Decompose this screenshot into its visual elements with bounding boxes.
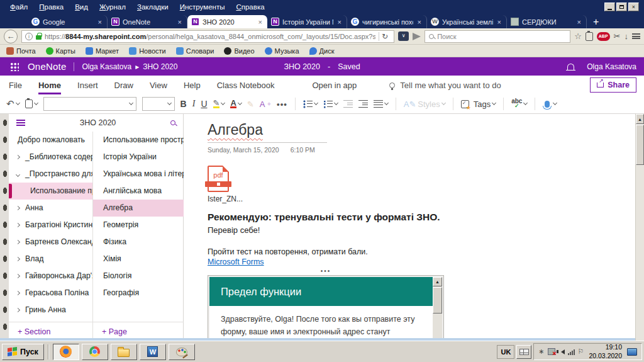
numbered-list-button[interactable] bbox=[323, 100, 338, 108]
dictate-button[interactable] bbox=[543, 101, 557, 108]
notifications-bell-icon[interactable] bbox=[567, 64, 574, 70]
taskbar-explorer-button[interactable] bbox=[111, 344, 137, 360]
more-options-button[interactable]: ••• bbox=[277, 99, 287, 109]
pdf-file-icon[interactable]: pdf bbox=[208, 166, 229, 192]
section-group[interactable]: Бартенєв Олександр bbox=[9, 234, 92, 251]
font-size-select[interactable] bbox=[142, 97, 175, 111]
chevron-right-icon[interactable] bbox=[16, 273, 20, 278]
adblock-icon[interactable]: ABP bbox=[597, 32, 610, 41]
chevron-right-icon[interactable] bbox=[16, 239, 20, 244]
section-item[interactable]: Добро пожаловать bbox=[9, 132, 92, 149]
menu-tools[interactable]: Инструменты bbox=[175, 2, 230, 12]
tell-me-box[interactable]: Tell me what you want to do bbox=[389, 81, 501, 90]
taskbar-word-button[interactable] bbox=[140, 344, 166, 360]
decrease-indent-button[interactable] bbox=[343, 100, 353, 108]
alignment-button[interactable] bbox=[374, 100, 388, 108]
breadcrumb[interactable]: Olga Kasatova ▸ ЗНО 2020 bbox=[82, 62, 177, 71]
share-button[interactable]: Share bbox=[590, 77, 636, 93]
scroll-up-button[interactable]: ▲ bbox=[433, 277, 442, 286]
ribbon-tab-class-notebook[interactable]: Class Notebook bbox=[217, 76, 275, 94]
menu-edit[interactable]: Правка bbox=[34, 2, 69, 12]
url-field[interactable]: i https://8844-my.sharepoint.com/persona… bbox=[21, 30, 394, 43]
ribbon-tab-home[interactable]: Home bbox=[38, 76, 61, 94]
tab-google[interactable]: Google × bbox=[28, 15, 108, 28]
close-button[interactable]: × bbox=[628, 3, 639, 11]
tab-onenote[interactable]: OneNote × bbox=[108, 15, 187, 28]
tab-close-icon[interactable]: × bbox=[496, 18, 502, 26]
send-tab-icon[interactable] bbox=[413, 33, 421, 40]
menu-history[interactable]: Журнал bbox=[94, 2, 131, 12]
keyboard-layout-button[interactable] bbox=[516, 345, 531, 359]
app-launcher-waffle-icon[interactable] bbox=[10, 62, 19, 71]
bookmark-music[interactable]: Музыка bbox=[265, 47, 299, 55]
tags-button[interactable]: Tags bbox=[461, 99, 496, 109]
menu-view[interactable]: Вид bbox=[70, 2, 93, 12]
page-info-icon[interactable]: i bbox=[25, 33, 33, 40]
section-group[interactable]: _Библиотека содержи... bbox=[9, 149, 92, 166]
ribbon-tab-draw[interactable]: Draw bbox=[114, 76, 133, 94]
embed-scrollbar[interactable]: ▲ bbox=[433, 277, 442, 339]
page-canvas[interactable]: Алгебра Sunday, March 15, 2020 6:10 PM p… bbox=[184, 114, 635, 341]
chevron-right-icon[interactable] bbox=[16, 222, 20, 227]
taskbar-firefox-button[interactable] bbox=[53, 344, 79, 360]
app-name[interactable]: OneNote bbox=[28, 61, 66, 72]
restore-button[interactable] bbox=[616, 3, 627, 11]
section-group[interactable]: Багратіоні Кристина bbox=[9, 217, 92, 234]
highlight-button[interactable]: ✎ bbox=[213, 99, 225, 109]
tray-clock[interactable]: 19:10 20.03.2020 bbox=[587, 343, 624, 359]
minimize-button[interactable] bbox=[604, 3, 615, 11]
device-disconnected-icon[interactable] bbox=[548, 348, 555, 355]
pocket-icon[interactable] bbox=[398, 31, 409, 41]
open-in-app-button[interactable]: Open in app bbox=[312, 76, 357, 94]
bookmark-dictionaries[interactable]: Словари bbox=[176, 47, 214, 55]
network-signal-icon[interactable] bbox=[568, 349, 575, 355]
bookmark-star-icon[interactable]: ☆ bbox=[574, 32, 582, 40]
notebook-search-button[interactable] bbox=[170, 120, 175, 125]
menu-hamburger-icon[interactable] bbox=[632, 33, 640, 39]
scroll-up-button[interactable]: ▲ bbox=[636, 114, 644, 124]
language-indicator[interactable]: UK bbox=[497, 345, 514, 359]
tab-wikipedia[interactable]: Українські землі в 60—80- × bbox=[427, 15, 507, 28]
menu-bookmarks[interactable]: Закладки bbox=[132, 2, 174, 12]
embed-drag-handle[interactable]: ••• bbox=[208, 269, 444, 274]
tab-close-icon[interactable]: × bbox=[97, 18, 103, 26]
underline-button[interactable]: U bbox=[201, 99, 207, 109]
menu-help[interactable]: Справка bbox=[231, 2, 269, 12]
screenshot-scissors-icon[interactable]: ✂ bbox=[614, 32, 621, 40]
new-tab-button[interactable]: + bbox=[587, 15, 605, 28]
tab-close-icon[interactable]: × bbox=[576, 18, 582, 26]
chevron-right-icon[interactable] bbox=[16, 154, 20, 159]
section-item-selected[interactable]: Использование пр... bbox=[9, 183, 92, 200]
format-painter-button[interactable]: ✎ bbox=[247, 99, 254, 109]
section-group[interactable]: Герасьова Поліна bbox=[9, 285, 92, 302]
tab-zno-2020-active[interactable]: ЗНО 2020 × bbox=[187, 15, 267, 28]
tab-history-notebook[interactable]: Історія України Notebook × bbox=[267, 15, 347, 28]
ribbon-tab-help[interactable]: Help bbox=[184, 76, 201, 94]
scrollbar-thumb[interactable] bbox=[433, 287, 442, 314]
page-title-field[interactable]: Алгебра bbox=[208, 122, 327, 143]
section-group-expanded[interactable]: _Пространство для с... bbox=[9, 166, 92, 183]
section-group[interactable]: Влад bbox=[9, 251, 92, 268]
tab-close-icon[interactable]: × bbox=[177, 18, 183, 26]
tab-close-icon[interactable]: × bbox=[336, 18, 343, 26]
styles-button[interactable]: A✎Styles bbox=[404, 99, 445, 109]
microsoft-forms-link[interactable]: Microsoft Forms bbox=[208, 257, 264, 266]
bookmark-news[interactable]: Новости bbox=[129, 47, 166, 55]
chevron-right-icon[interactable] bbox=[16, 290, 20, 295]
increase-indent-button[interactable] bbox=[358, 100, 368, 108]
menu-file[interactable]: Файл bbox=[5, 2, 33, 12]
bookmark-maps[interactable]: Карты bbox=[46, 47, 75, 55]
italic-button[interactable]: I bbox=[192, 99, 196, 109]
pdf-attachment[interactable]: pdf Ister_ZN... bbox=[208, 166, 635, 203]
spell-check-button[interactable]: abc✓ bbox=[511, 99, 527, 108]
tab-search-chyhyryn[interactable]: чигиринські походи – Пош × bbox=[347, 15, 427, 28]
bookmark-video[interactable]: Видео bbox=[224, 47, 254, 55]
display-monitor-icon[interactable] bbox=[627, 348, 637, 356]
scrollbar-thumb[interactable] bbox=[636, 125, 644, 165]
forms-embed[interactable]: ••• Предел функции Здравствуйте, Olga! П… bbox=[208, 269, 444, 341]
ribbon-tab-file[interactable]: File bbox=[9, 76, 22, 94]
bookmark-disk[interactable]: Диск bbox=[309, 47, 335, 55]
reload-button[interactable]: ↻ bbox=[379, 32, 391, 41]
ribbon-tab-insert[interactable]: Insert bbox=[77, 76, 98, 94]
chevron-down-icon[interactable] bbox=[16, 172, 20, 176]
